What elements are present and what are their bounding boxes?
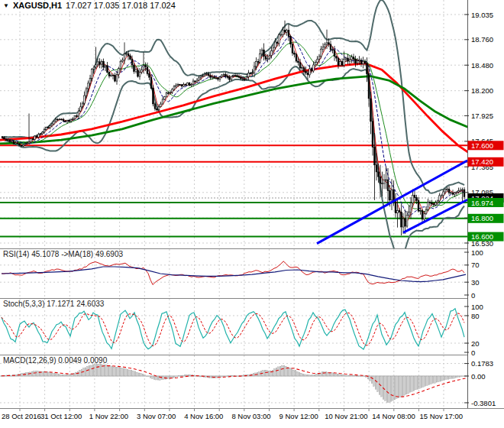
rsi-indicator-label: RSI(14) 45.1078 ->MA(18) 49.6903 xyxy=(3,250,123,258)
price-tick-label: 18.760 xyxy=(471,35,493,44)
indicator-tick-label: 100 xyxy=(471,303,483,311)
chart-title-bar: ▼ XAGUSD,H1 17.027 17.035 17.018 17.024 xyxy=(3,1,176,10)
macd-indicator-label: MACD(12,26,9) 0.0049 0.0090 xyxy=(3,356,107,365)
indicator-tick-label: -0.3801 xyxy=(471,399,496,407)
price-tick-label: 17.925 xyxy=(471,112,493,120)
price-marker-label: 16.600 xyxy=(471,232,493,241)
indicator-tick-label: 0 xyxy=(471,349,475,357)
time-tick-label: 28 Oct 2016 xyxy=(2,412,41,420)
price-marker-label: 16.800 xyxy=(471,214,493,222)
indicator-tick-label: 20 xyxy=(471,339,480,348)
time-tick-label: 31 Oct 12:00 xyxy=(40,412,82,420)
ohlc-quote-label: 17.027 17.035 17.018 17.024 xyxy=(66,1,176,10)
time-tick-label: 8 Nov 03:00 xyxy=(231,412,270,420)
time-tick-label: 1 Nov 22:00 xyxy=(89,412,128,420)
time-tick-label: 9 Nov 12:00 xyxy=(279,412,318,420)
indicator-tick-label: 100 xyxy=(471,248,483,257)
indicator-tick-label: 70 xyxy=(471,261,480,269)
time-tick-label: 15 Nov 17:00 xyxy=(420,412,464,420)
price-marker-label: 17.420 xyxy=(471,157,493,166)
symbol-dropdown-icon[interactable]: ▼ xyxy=(3,2,9,10)
symbol-period-label: XAGUSD,H1 xyxy=(13,1,62,10)
indicator-tick-label: 80 xyxy=(471,312,480,320)
indicator-tick-label: 0.00 xyxy=(471,372,486,381)
time-tick-label: 10 Nov 21:00 xyxy=(325,412,368,420)
indicator-tick-label: 0.1783 xyxy=(471,359,493,368)
price-marker-label: 17.600 xyxy=(471,141,493,150)
indicator-tick-label: 30 xyxy=(471,278,480,287)
price-tick-label: 19.035 xyxy=(471,11,493,19)
price-tick-label: 18.480 xyxy=(471,61,493,70)
time-tick-label: 3 Nov 07:00 xyxy=(137,412,176,420)
price-marker-label: 16.974 xyxy=(471,199,493,207)
stochastic-indicator-label: Stoch(5,3,3) 17.1271 24.6033 xyxy=(3,300,104,308)
indicator-tick-label: 0 xyxy=(471,291,475,300)
time-tick-label: 14 Nov 08:00 xyxy=(372,412,415,420)
time-tick-label: 4 Nov 16:00 xyxy=(184,412,223,420)
price-tick-label: 18.200 xyxy=(471,86,493,95)
chart-window: 19.03518.76018.48018.20017.92517.64517.3… xyxy=(0,0,504,428)
